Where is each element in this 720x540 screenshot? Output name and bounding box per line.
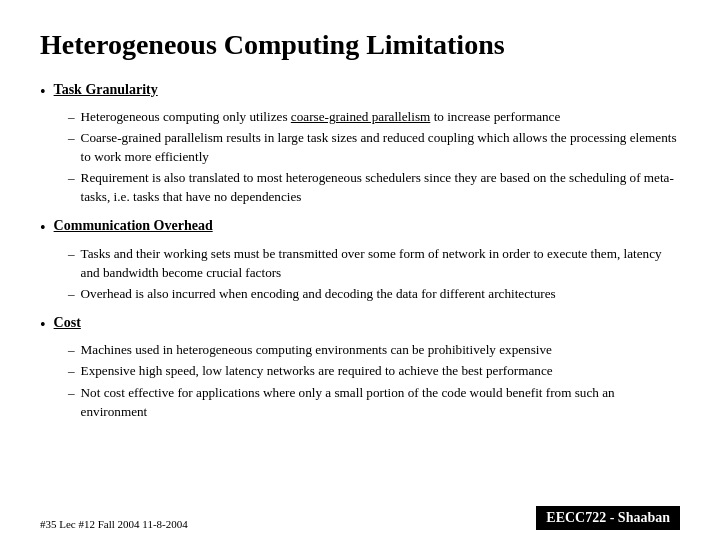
- list-item: – Overhead is also incurred when encodin…: [68, 284, 680, 303]
- item-text: Not cost effective for applications wher…: [81, 383, 680, 421]
- list-item: – Expensive high speed, low latency netw…: [68, 361, 680, 380]
- dash-icon: –: [68, 168, 75, 187]
- section-title-cost: Cost: [54, 313, 81, 333]
- dash-icon: –: [68, 128, 75, 147]
- dash-icon: –: [68, 284, 75, 303]
- dash-icon: –: [68, 244, 75, 263]
- section-cost: • Cost – Machines used in heterogeneous …: [40, 313, 680, 421]
- dash-icon: –: [68, 107, 75, 126]
- dash-icon: –: [68, 361, 75, 380]
- section-task-granularity: • Task Granularity – Heterogeneous compu…: [40, 80, 680, 207]
- bullet-dot-1: •: [40, 80, 46, 103]
- slide-footer: #35 Lec #12 Fall 2004 11-8-2004 EECC722 …: [0, 506, 720, 530]
- item-text: Overhead is also incurred when encoding …: [81, 284, 680, 303]
- section-title-communication-overhead: Communication Overhead: [54, 216, 213, 236]
- list-item: – Tasks and their working sets must be t…: [68, 244, 680, 282]
- item-text: Requirement is also translated to most h…: [81, 168, 680, 206]
- sub-items-communication-overhead: – Tasks and their working sets must be t…: [68, 244, 680, 303]
- section-header-communication-overhead: • Communication Overhead: [40, 216, 680, 239]
- list-item: – Not cost effective for applications wh…: [68, 383, 680, 421]
- section-header-task-granularity: • Task Granularity: [40, 80, 680, 103]
- item-text: Expensive high speed, low latency networ…: [81, 361, 680, 380]
- slide: Heterogeneous Computing Limitations • Ta…: [0, 0, 720, 540]
- slide-title: Heterogeneous Computing Limitations: [40, 28, 680, 62]
- list-item: – Heterogeneous computing only utilizes …: [68, 107, 680, 126]
- section-header-cost: • Cost: [40, 313, 680, 336]
- item-text: Heterogeneous computing only utilizes co…: [81, 107, 680, 126]
- dash-icon: –: [68, 383, 75, 402]
- section-communication-overhead: • Communication Overhead – Tasks and the…: [40, 216, 680, 303]
- list-item: – Machines used in heterogeneous computi…: [68, 340, 680, 359]
- bullet-dot-2: •: [40, 216, 46, 239]
- list-item: – Coarse-grained parallelism results in …: [68, 128, 680, 166]
- sub-items-cost: – Machines used in heterogeneous computi…: [68, 340, 680, 421]
- slide-content: • Task Granularity – Heterogeneous compu…: [40, 80, 680, 421]
- underline-text: coarse-grained parallelism: [291, 109, 431, 124]
- dash-icon: –: [68, 340, 75, 359]
- sub-items-task-granularity: – Heterogeneous computing only utilizes …: [68, 107, 680, 207]
- item-text: Coarse-grained parallelism results in la…: [81, 128, 680, 166]
- list-item: – Requirement is also translated to most…: [68, 168, 680, 206]
- bullet-dot-3: •: [40, 313, 46, 336]
- item-text: Machines used in heterogeneous computing…: [81, 340, 680, 359]
- section-title-task-granularity: Task Granularity: [54, 80, 158, 100]
- footer-course-label: EECC722 - Shaaban: [536, 506, 680, 530]
- footer-slide-info: #35 Lec #12 Fall 2004 11-8-2004: [40, 518, 188, 530]
- item-text: Tasks and their working sets must be tra…: [81, 244, 680, 282]
